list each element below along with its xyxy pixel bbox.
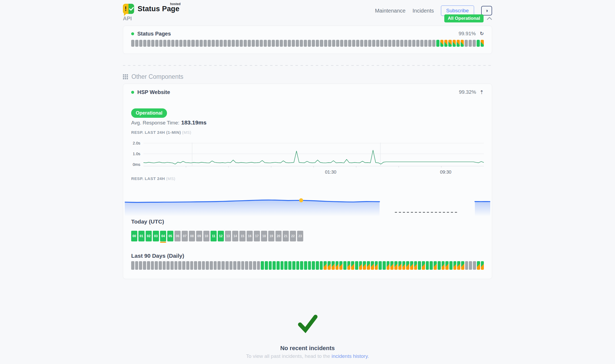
last-90-days-title: Last 90 Days (Daily) <box>131 253 484 259</box>
uptime-bar <box>182 261 185 270</box>
uptime-bar <box>424 40 427 47</box>
uptime-bar <box>296 261 299 270</box>
uptime-bar <box>384 40 387 47</box>
theme-toggle-button[interactable]: ◑ <box>481 6 492 15</box>
uptime-bar <box>273 261 276 270</box>
uptime-bar <box>438 261 441 270</box>
uptime-bar <box>402 261 406 270</box>
uptime-bar <box>208 40 211 47</box>
no-incidents-section: No recent incidents To view all past inc… <box>123 314 492 359</box>
hour-block-04: 04 <box>160 231 166 241</box>
uptime-bar <box>371 261 374 270</box>
uptime-bar <box>194 261 197 270</box>
uptime-bar <box>131 40 134 47</box>
uptime-bar <box>296 40 299 47</box>
uptime-bar <box>272 40 275 47</box>
hour-block-10: 10 <box>203 231 209 241</box>
uptime-bar <box>388 40 391 47</box>
x-tick-label: 01:30 <box>325 170 336 175</box>
note-text: To view all past incidents, head to the <box>246 353 332 359</box>
uptime-bar <box>232 40 235 47</box>
uptime-bar-row <box>131 40 484 47</box>
uptime-bar <box>320 261 323 270</box>
line-chart-canvas <box>143 141 484 169</box>
uptime-percentage: 99.91% <box>458 31 476 37</box>
uptime-bar <box>179 40 182 47</box>
uptime-bar <box>442 261 445 270</box>
hour-block-22: 22 <box>290 231 296 241</box>
y-tick-label: 1.0s <box>133 152 140 156</box>
uptime-bar <box>324 40 327 47</box>
uptime-bar <box>171 40 174 47</box>
uptime-bar <box>304 40 307 47</box>
uptime-bar <box>281 261 284 270</box>
brand-logo[interactable]: ! hosted Status Page <box>123 4 180 14</box>
current-hour-marker <box>160 242 166 243</box>
uptime-bar <box>392 40 395 47</box>
resp-1min-chart-label: RESP. LAST 24H (1-MIN)(MS) <box>131 130 484 135</box>
uptime-bar <box>260 40 263 47</box>
chevron-up-icon[interactable] <box>487 17 492 20</box>
daily-uptime-bar-row <box>131 261 484 270</box>
refresh-icon[interactable]: ↻ <box>480 31 484 37</box>
top-header: ! hosted Status Page Maintenance Inciden… <box>123 0 492 16</box>
nav-maintenance[interactable]: Maintenance <box>375 8 406 14</box>
today-utc-title: Today (UTC) <box>131 218 484 225</box>
operational-dot-icon <box>131 91 134 94</box>
uptime-bar <box>414 261 417 270</box>
uptime-bar <box>320 40 323 47</box>
uptime-bar <box>170 261 174 270</box>
uptime-bar <box>178 261 181 270</box>
uptime-bar <box>174 261 178 270</box>
grid-icon <box>123 74 128 79</box>
uptime-bar <box>351 261 354 270</box>
uptime-bar <box>448 40 451 47</box>
uptime-bar <box>288 261 291 270</box>
uptime-bar <box>340 40 343 47</box>
y-axis-labels: 2.0s 1.0s 0ms <box>131 141 143 169</box>
uptime-bar <box>264 40 267 47</box>
uptime-bar <box>135 40 138 47</box>
exclamation-icon: ! <box>123 4 129 14</box>
no-incidents-note: To view all past incidents, head to the … <box>123 353 492 359</box>
uptime-bar <box>434 261 437 270</box>
bubble-tail <box>124 13 127 16</box>
uptime-bar <box>420 40 423 47</box>
uptime-bar <box>216 40 219 47</box>
uptime-bar <box>257 261 260 270</box>
uptime-bar <box>375 261 378 270</box>
hour-block-11: 11 <box>211 231 217 241</box>
uptime-bar <box>387 261 390 270</box>
uptime-bar <box>461 261 464 270</box>
uptime-bar <box>269 261 272 270</box>
uptime-bar <box>261 261 264 270</box>
response-time-chart: 2.0s 1.0s 0ms 01:3009:30 <box>131 141 484 175</box>
uptime-bar <box>359 261 362 270</box>
hour-block-15: 15 <box>239 231 246 241</box>
uptime-bar <box>206 261 209 270</box>
uptime-bar <box>277 261 280 270</box>
uptime-bar <box>204 40 207 47</box>
component-row: HSP Website 99.32% ⇡ <box>131 88 484 96</box>
hour-block-18: 18 <box>261 231 267 241</box>
uptime-bar <box>469 261 472 270</box>
uptime-bar <box>249 261 252 270</box>
status-page: ! hosted Status Page Maintenance Inciden… <box>123 0 492 359</box>
uptime-bar <box>284 40 287 47</box>
uptime-percentage: 99.32% <box>459 89 476 95</box>
uptime-bar <box>228 40 231 47</box>
uptime-bar <box>187 40 190 47</box>
uptime-bar <box>316 40 319 47</box>
uptime-bar <box>465 40 468 47</box>
uptime-bar <box>202 261 205 270</box>
uptime-bar <box>236 40 239 47</box>
nav-incidents[interactable]: Incidents <box>412 8 434 14</box>
uptime-bar <box>453 40 456 47</box>
uptime-bar <box>406 261 409 270</box>
incidents-history-link[interactable]: incidents history. <box>332 353 369 359</box>
uptime-bar <box>253 261 256 270</box>
uptime-bar <box>344 40 347 47</box>
uptime-bar <box>300 261 303 270</box>
chart-marker-dot <box>299 198 303 202</box>
hour-block-09: 09 <box>196 231 202 241</box>
